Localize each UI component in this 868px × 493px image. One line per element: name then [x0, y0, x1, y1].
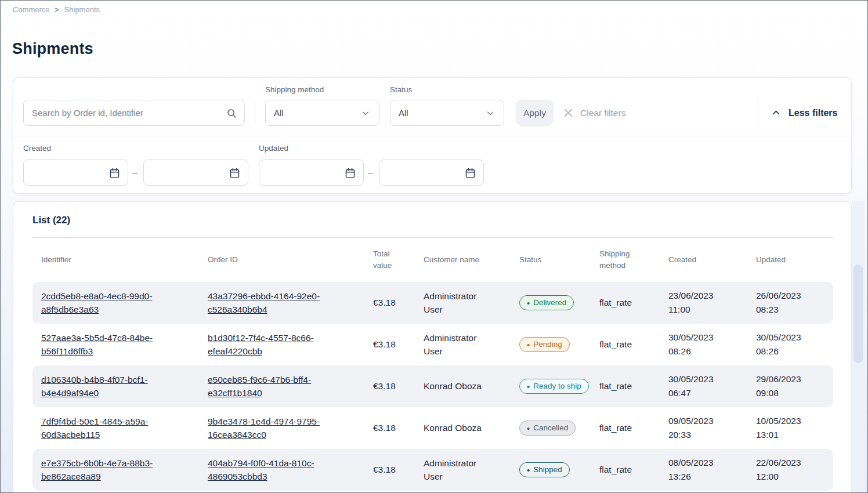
created-date: 08/05/2023 [668, 456, 742, 470]
created-time: 08:26 [668, 345, 742, 358]
updated-time: 08:23 [756, 303, 827, 317]
filters-panel: Shipping method All Status All Apply [13, 77, 852, 194]
created-time: 13:26 [668, 470, 742, 484]
breadcrumb: Commerce > Shipments [13, 5, 100, 14]
clear-filters-button[interactable]: Clear filters [563, 100, 625, 126]
status-badge: Delivered [519, 295, 574, 310]
status-badge: Ready to ship [519, 379, 589, 394]
column-header-shipping-method: Shipping method [591, 238, 660, 282]
customer-name: Administrator User [424, 291, 476, 314]
calendar-icon [464, 166, 476, 179]
filter-divider [758, 97, 758, 129]
column-header-identifier: Identifier [32, 238, 199, 282]
search-input[interactable] [24, 100, 244, 125]
shipments-table: Identifier Order ID Total value Customer… [32, 238, 833, 491]
column-header-created: Created [660, 238, 747, 282]
order-id-link[interactable]: 9b4e3478-1e4d-4974-9795-16cea3843cc0 [208, 416, 320, 440]
shipping-method: flat_rate [599, 339, 632, 349]
total-value: €3.18 [373, 339, 396, 349]
updated-from-field [259, 160, 364, 186]
column-header-order-id: Order ID [199, 238, 364, 282]
table-row: 527aae3a-5b5d-47c8-84be-b56f11d6ffb3 b1d… [32, 324, 833, 365]
order-id-link[interactable]: 43a37296-ebbd-4164-92e0-c526a340b6b4 [208, 291, 320, 314]
status-badge: Pending [519, 337, 570, 352]
customer-name: Konrad Oboza [424, 423, 482, 433]
created-from-field [23, 160, 128, 186]
customer-name: Administrator User [424, 458, 476, 481]
column-header-customer-name: Customer name [415, 238, 511, 282]
table-row: e7e375cb-6b0b-4e7a-88b3-be862ace8a89 404… [32, 449, 833, 491]
shipments-page: Commerce > Shipments Shipments Shipping … [0, 0, 868, 493]
search-box [23, 100, 245, 126]
filter-row-divider [13, 136, 851, 136]
total-value: €3.18 [373, 381, 396, 391]
status-select-value: All [399, 108, 408, 118]
created-date: 30/05/2023 [668, 331, 742, 345]
order-id-link[interactable]: b1d30f12-7f4c-4557-8c66-efeaf4220cbb [208, 333, 314, 356]
total-value: €3.18 [373, 423, 396, 433]
range-separator: – [368, 160, 372, 186]
column-header-updated: Updated [747, 238, 833, 282]
apply-button[interactable]: Apply [516, 100, 554, 126]
order-id-link[interactable]: 404ab794-f0f0-41da-810c-4869053cbbd3 [208, 458, 314, 481]
created-date: 23/06/2023 [668, 289, 742, 303]
customer-name: Konrad Oboza [424, 381, 482, 391]
column-header-status: Status [511, 238, 591, 282]
total-value: €3.18 [373, 298, 396, 307]
search-icon [226, 107, 237, 119]
status-label: Shipped [533, 464, 562, 476]
status-label: Pending [533, 339, 562, 350]
status-select[interactable]: All [390, 100, 504, 126]
identifier-link[interactable]: 527aae3a-5b5d-47c8-84be-b56f11d6ffb3 [41, 333, 153, 356]
less-filters-label: Less filters [789, 108, 837, 118]
shipping-method: flat_rate [599, 381, 632, 391]
clear-filters-label: Clear filters [580, 108, 625, 118]
updated-date: 22/06/2023 [756, 456, 827, 470]
shipping-method-select[interactable]: All [265, 100, 379, 126]
status-filter-label: Status [390, 85, 412, 94]
list-title: List (22) [32, 215, 70, 226]
shipments-list-panel: List (22) Identifier Order ID Total valu… [13, 201, 852, 493]
created-time: 11:00 [668, 303, 742, 317]
order-id-link[interactable]: e50ceb85-f9c6-47b6-bff4-e32cff1b1840 [208, 375, 311, 398]
table-row: 7df9f4bd-50e1-4845-a59a-60d3acbeb115 9b4… [32, 407, 833, 449]
status-badge: Cancelled [519, 420, 576, 436]
breadcrumb-separator: > [55, 6, 59, 14]
updated-date: 10/05/2023 [756, 414, 827, 428]
breadcrumb-item-commerce[interactable]: Commerce [13, 5, 50, 14]
scrollbar-thumb[interactable] [853, 264, 863, 363]
calendar-icon [344, 166, 356, 179]
chevron-down-icon [485, 108, 496, 118]
updated-date: 30/05/2023 [756, 331, 827, 345]
identifier-link[interactable]: e7e375cb-6b0b-4e7a-88b3-be862ace8a89 [41, 458, 153, 481]
total-value: €3.18 [373, 465, 396, 474]
created-time: 20:33 [668, 428, 742, 442]
status-label: Ready to ship [533, 380, 581, 392]
updated-date: 26/06/2023 [756, 289, 827, 303]
updated-time: 13:01 [756, 428, 827, 442]
column-header-total-value: Total value [364, 238, 415, 282]
updated-to-field [379, 160, 484, 186]
range-separator: – [132, 160, 137, 186]
created-filter-label: Created [23, 144, 51, 153]
shipping-method: flat_rate [599, 298, 632, 307]
created-time: 06:47 [668, 386, 742, 400]
less-filters-toggle[interactable]: Less filters [771, 100, 837, 126]
updated-time: 08:26 [756, 345, 827, 358]
shipping-method: flat_rate [599, 465, 632, 474]
close-icon [563, 107, 574, 118]
identifier-link[interactable]: 2cdd5eb8-e8a0-4ec8-99d0-a8f5db6e3a63 [41, 291, 152, 314]
status-badge: Shipped [519, 462, 570, 477]
breadcrumb-item-shipments[interactable]: Shipments [64, 5, 100, 14]
chevron-down-icon [360, 108, 371, 118]
created-date: 09/05/2023 [668, 414, 742, 428]
identifier-link[interactable]: d106340b-b4b8-4f07-bcf1-b4e4d9af94e0 [41, 375, 148, 398]
table-row: 2cdd5eb8-e8a0-4ec8-99d0-a8f5db6e3a63 43a… [32, 282, 833, 324]
updated-time: 12:00 [756, 470, 827, 484]
created-date: 30/05/2023 [668, 372, 742, 386]
customer-name: Administrator User [424, 333, 476, 356]
identifier-link[interactable]: 7df9f4bd-50e1-4845-a59a-60d3acbeb115 [41, 416, 148, 440]
table-row: d106340b-b4b8-4f07-bcf1-b4e4d9af94e0 e50… [32, 365, 833, 407]
shipping-method-select-value: All [274, 108, 284, 118]
page-title: Shipments [12, 40, 93, 58]
